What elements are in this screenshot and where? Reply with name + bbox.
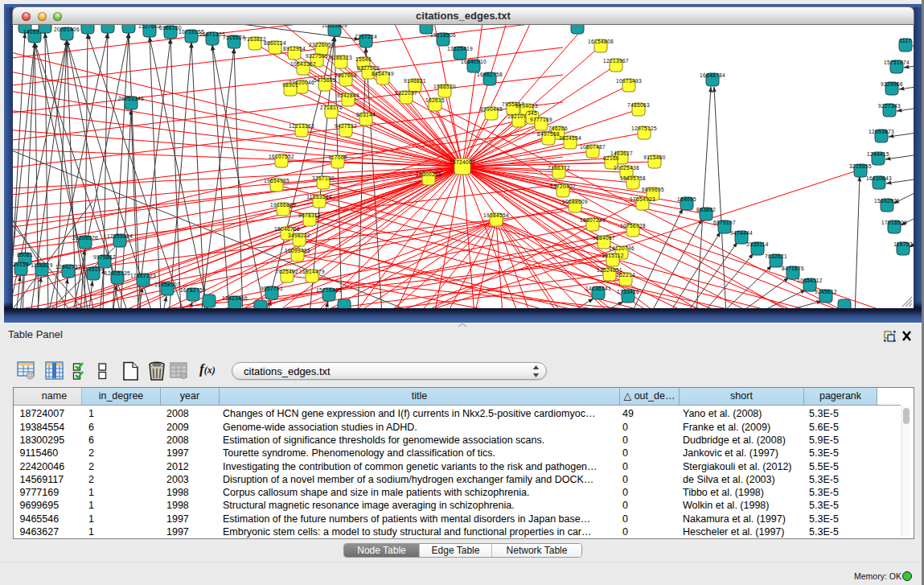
svg-text:1527602: 1527602: [138, 25, 161, 29]
svg-text:3824554: 3824554: [559, 135, 581, 141]
svg-text:164095: 164095: [677, 196, 696, 202]
svg-text:16033809: 16033809: [322, 25, 347, 28]
svg-text:8471676: 8471676: [782, 266, 804, 271]
svg-text:1156829: 1156829: [31, 262, 53, 268]
svg-text:9227343: 9227343: [878, 103, 901, 109]
svg-text:8912954: 8912954: [283, 46, 306, 51]
svg-text:11353594: 11353594: [306, 194, 332, 200]
svg-text:13525419: 13525419: [447, 46, 473, 51]
svg-text:17654923: 17654923: [630, 196, 655, 202]
svg-text:16648784: 16648784: [700, 72, 725, 78]
svg-text:8990445: 8990445: [480, 106, 503, 112]
svg-text:17359924: 17359924: [107, 233, 133, 239]
svg-text:18300295: 18300295: [416, 171, 441, 177]
svg-text:12942737: 12942737: [55, 264, 81, 270]
svg-text:85061: 85061: [17, 252, 33, 257]
svg-text:12905135: 12905135: [105, 270, 130, 276]
svg-text:3498222: 3498222: [288, 233, 310, 238]
svg-text:3215955: 3215955: [849, 163, 872, 169]
svg-text:16154808: 16154808: [588, 39, 614, 44]
svg-text:9777169: 9777169: [530, 117, 552, 122]
svg-text:10025438: 10025438: [614, 165, 639, 171]
svg-text:20206576: 20206576: [72, 235, 98, 241]
svg-text:7625402: 7625402: [276, 269, 298, 274]
svg-text:9857791: 9857791: [261, 286, 283, 291]
svg-text:16099485: 16099485: [285, 248, 310, 253]
svg-text:2047682: 2047682: [566, 25, 589, 26]
svg-text:13720407: 13720407: [550, 183, 576, 189]
svg-text:9794023: 9794023: [515, 103, 538, 109]
svg-text:12093873: 12093873: [869, 129, 894, 134]
svg-text:116753: 116753: [893, 241, 913, 247]
svg-text:9242848: 9242848: [337, 93, 359, 98]
svg-text:16782759: 16782759: [180, 287, 206, 293]
svg-text:7515524: 7515524: [223, 35, 245, 40]
svg-text:803144: 803144: [356, 112, 376, 117]
svg-text:15751074: 15751074: [884, 60, 910, 65]
svg-text:12213363: 12213363: [289, 123, 314, 129]
svg-text:17957223: 17957223: [130, 273, 156, 278]
svg-text:12923466: 12923466: [222, 295, 248, 301]
svg-text:8322037: 8322037: [395, 90, 417, 96]
svg-text:19166825: 19166825: [270, 202, 296, 208]
svg-text:8454749: 8454749: [372, 71, 394, 76]
svg-text:15716485: 15716485: [316, 287, 342, 293]
svg-text:16107552: 16107552: [269, 154, 294, 159]
svg-text:10543362: 10543362: [290, 61, 316, 67]
svg-text:39159: 39159: [13, 262, 29, 267]
svg-text:7386372: 7386372: [548, 165, 570, 171]
svg-text:2967608: 2967608: [335, 72, 357, 78]
svg-text:6497568: 6497568: [537, 131, 560, 137]
svg-text:62160: 62160: [603, 155, 619, 161]
svg-text:2935114: 2935114: [746, 241, 769, 247]
svg-text:15692971: 15692971: [874, 198, 900, 204]
svg-text:19218506: 19218506: [430, 32, 456, 38]
svg-text:12975125: 12975125: [631, 126, 657, 131]
svg-text:14120746: 14120746: [609, 245, 634, 251]
svg-text:7632621: 7632621: [765, 253, 787, 259]
svg-text:10756928: 10756928: [620, 223, 646, 229]
svg-text:1733426: 1733426: [617, 289, 639, 295]
svg-text:9115460: 9115460: [643, 154, 666, 160]
svg-text:18807249: 18807249: [580, 217, 606, 223]
svg-text:10958107: 10958107: [154, 282, 180, 287]
svg-text:162615: 162615: [425, 97, 445, 103]
svg-text:7485063: 7485063: [627, 102, 650, 108]
svg-text:16640910: 16640910: [461, 59, 487, 64]
svg-text:9245612: 9245612: [815, 289, 837, 295]
svg-text:5475685: 5475685: [314, 77, 336, 83]
svg-text:6879197: 6879197: [713, 220, 736, 225]
svg-text:12213967: 12213967: [603, 58, 629, 64]
svg-text:8186323: 8186323: [330, 55, 352, 60]
svg-text:9146821: 9146821: [404, 78, 426, 84]
svg-text:10973493: 10973493: [616, 78, 642, 84]
svg-text:10654112: 10654112: [797, 278, 823, 283]
svg-text:17016504: 17016504: [881, 220, 907, 225]
svg-text:9474444: 9474444: [730, 230, 753, 236]
svg-text:15495758: 15495758: [620, 175, 646, 181]
svg-text:7357224: 7357224: [355, 34, 377, 39]
svg-text:2718176: 2718176: [320, 105, 343, 110]
svg-text:16671355: 16671355: [199, 31, 225, 37]
svg-text:8660124: 8660124: [264, 40, 286, 46]
svg-text:19654985: 19654985: [264, 178, 290, 183]
svg-text:9684067: 9684067: [593, 235, 615, 241]
svg-text:345: 345: [528, 110, 537, 116]
svg-text:8678312: 8678312: [298, 212, 321, 218]
svg-text:117006: 117006: [328, 154, 347, 160]
svg-text:9427532: 9427532: [335, 123, 357, 129]
svg-text:16961758: 16961758: [477, 72, 503, 77]
svg-text:9975867: 9975867: [93, 254, 116, 260]
svg-text:893892: 893892: [696, 207, 716, 212]
svg-text:3267130: 3267130: [312, 175, 335, 181]
svg-text:10688609: 10688609: [562, 199, 588, 204]
svg-text:252214: 252214: [616, 272, 635, 278]
svg-text:9327509: 9327509: [306, 53, 328, 59]
svg-text:16210643: 16210643: [866, 175, 892, 181]
svg-text:1615112: 1615112: [602, 253, 624, 258]
svg-text:15046766: 15046766: [274, 226, 300, 232]
svg-text:16914479: 16914479: [299, 269, 325, 274]
svg-text:98901: 98901: [282, 82, 298, 88]
svg-text:9327503: 9327503: [357, 65, 380, 71]
svg-text:7163822: 7163822: [244, 36, 266, 42]
